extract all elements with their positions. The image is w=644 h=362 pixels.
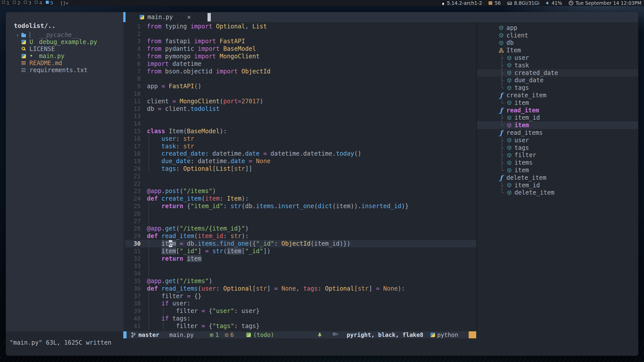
- tab-main-py[interactable]: main.py ×: [126, 12, 207, 22]
- loading-icon: [29, 31, 30, 39]
- code-line-23[interactable]: 23@app.post("/items"): [125, 188, 476, 195]
- symbol-app[interactable]: app: [477, 24, 638, 32]
- code-line-25[interactable]: 25│ return {"item_id": str(db.items.inse…: [125, 202, 476, 210]
- code-line-19[interactable]: 19│ due_date: datetime.date = None: [125, 157, 476, 165]
- workspace-3[interactable]: 3: [24, 0, 31, 6]
- markdown-file-icon: [21, 61, 26, 65]
- line-number: 29: [125, 233, 141, 239]
- code-line-2[interactable]: 2: [125, 30, 476, 38]
- symbol-db[interactable]: db: [477, 39, 638, 47]
- explorer-item-LICENSE[interactable]: LICENSE: [6, 46, 124, 53]
- code-line-21[interactable]: 21: [125, 172, 476, 180]
- code-line-16[interactable]: 16│ user: str: [125, 135, 476, 143]
- linters-label: pyright, black, flake8: [347, 332, 423, 338]
- code-line-32[interactable]: 32│ return item: [125, 255, 476, 262]
- explorer-item-main.py[interactable]: •main.py: [6, 53, 124, 60]
- code-line-9[interactable]: 9app = FastAPI(): [125, 82, 476, 90]
- code-line-34[interactable]: 34│: [125, 270, 476, 277]
- code-line-11[interactable]: 11client = MongoClient(port=27017): [125, 98, 476, 105]
- code-line-37[interactable]: 37│ filter = {}: [125, 292, 476, 300]
- code-line-26[interactable]: 26│: [125, 210, 476, 217]
- code-line-13[interactable]: 13: [125, 113, 476, 120]
- status-memory: 8.8Gi/31Gi: [507, 0, 540, 6]
- code-line-24[interactable]: 24def create_item(item: Item):: [125, 195, 476, 202]
- variable-cube-icon: [507, 160, 512, 165]
- tree-connector: [500, 121, 507, 129]
- code-line-41[interactable]: 41│ │ filter = {"tags": tags}: [125, 322, 476, 330]
- code-line-15[interactable]: 15class Item(BaseModel):: [125, 127, 476, 135]
- line-number: 16: [125, 135, 141, 142]
- code-line-22[interactable]: 22: [125, 180, 476, 188]
- close-icon[interactable]: ×: [187, 13, 191, 21]
- code-line-20[interactable]: 20│ tags: Optional[List[str]]: [125, 165, 476, 172]
- line-number: 3: [125, 38, 141, 44]
- explorer-root-title: todolist/..: [14, 22, 56, 29]
- symbol-label: db: [506, 39, 514, 46]
- code-line-14[interactable]: 14: [125, 120, 476, 127]
- code-line-4[interactable]: 4from pydantic import BaseModel: [125, 45, 476, 53]
- symbol-item[interactable]: item: [477, 121, 638, 129]
- code-line-27[interactable]: 27│: [125, 217, 476, 225]
- code-line-12[interactable]: 12db = client.todolist: [125, 105, 476, 113]
- code-line-6[interactable]: 6import datetime: [125, 60, 476, 68]
- code-line-36[interactable]: 36def read_items(user: Optional[str] = N…: [125, 285, 476, 292]
- explorer-item-debug_example.py[interactable]: Udebug_example.py: [6, 38, 124, 46]
- explorer-item-README.md[interactable]: README.md: [6, 60, 124, 67]
- memory-icon: [507, 2, 512, 5]
- symbol-create_item[interactable]: ƒcreate_item: [477, 92, 638, 99]
- symbol-read_item[interactable]: ƒread_item: [477, 107, 638, 114]
- tree-connector: [500, 99, 507, 107]
- explorer-item-__pycache__[interactable]: ›__pycache__: [6, 31, 124, 38]
- code-line-35[interactable]: 35@app.get("/items"): [125, 277, 476, 285]
- code-line-3[interactable]: 3from fastapi import FastAPI: [125, 38, 476, 45]
- code-line-17[interactable]: 17│ task: str: [125, 143, 476, 150]
- symbol-client[interactable]: client: [477, 32, 638, 39]
- symbol-task[interactable]: task: [477, 62, 638, 69]
- code-line-40[interactable]: 40│ if tags:: [125, 315, 476, 322]
- code-line-8[interactable]: 8: [125, 75, 476, 83]
- code-text: @app.get("/items"): [147, 278, 212, 285]
- symbol-filter[interactable]: filter: [477, 152, 638, 159]
- symbol-items[interactable]: items: [477, 159, 638, 166]
- code-text: │ created_date: datetime.date = datetime…: [147, 150, 361, 157]
- line-number: 36: [125, 285, 141, 292]
- code-line-5[interactable]: 5from pymongo import MongoClient: [125, 53, 476, 60]
- symbol-delete_item[interactable]: ƒdelete_item: [477, 174, 638, 182]
- code-line-29[interactable]: 29def read_item(item_id: str):: [125, 232, 476, 240]
- code-line-30[interactable]: 30│ item = db.items.find_one({"_id": Obj…: [125, 240, 476, 247]
- code-line-7[interactable]: 7from bson.objectid import ObjectId: [125, 68, 476, 75]
- code-line-39[interactable]: 39│ │ filter = {"user": user}: [125, 307, 476, 315]
- code-line-10[interactable]: 10: [125, 90, 476, 98]
- workspace-2[interactable]: 2: [13, 0, 20, 6]
- workspace-4[interactable]: 4: [35, 0, 42, 6]
- code-line-18[interactable]: 18│ created_date: datetime.date = dateti…: [125, 150, 476, 158]
- explorer-item-requirements.txt[interactable]: requirements.txt: [6, 67, 124, 74]
- symbol-delete_item[interactable]: delete_item: [477, 189, 638, 197]
- line-number: 32: [125, 255, 141, 262]
- workspace-1[interactable]: 1: [2, 0, 9, 6]
- symbol-Item[interactable]: Item: [477, 47, 638, 54]
- variable-cube-icon: [507, 70, 512, 75]
- code-line-33[interactable]: 33│: [125, 262, 476, 270]
- symbol-user[interactable]: user: [477, 54, 638, 62]
- symbol-item_id[interactable]: item_id: [477, 114, 638, 122]
- symbol-user[interactable]: user: [477, 137, 638, 144]
- code-line-31[interactable]: 31│ item["_id"] = str(item["_id"]): [125, 247, 476, 255]
- symbol-read_items[interactable]: ƒread_items: [477, 129, 638, 137]
- workspace-5[interactable]: 5: [46, 0, 53, 6]
- code-line-38[interactable]: 38│ if user:: [125, 300, 476, 307]
- code-text: │ filter = {}: [147, 293, 202, 300]
- code-line-28[interactable]: 28@app.get("/items/{item_id}"): [125, 225, 476, 233]
- symbol-due_date[interactable]: due_date: [477, 77, 638, 84]
- symbol-item_id[interactable]: item_id: [477, 182, 638, 189]
- symbol-created_date[interactable]: created_date: [477, 69, 638, 77]
- python-icon: [21, 40, 26, 44]
- symbol-tags[interactable]: tags: [477, 144, 638, 152]
- file-name: main.py: [39, 53, 64, 60]
- symbol-tags[interactable]: tags: [477, 84, 638, 92]
- symbol-item[interactable]: item: [477, 166, 638, 174]
- file-name: README.md: [29, 60, 62, 67]
- symbol-item[interactable]: item: [477, 99, 638, 107]
- code-editor[interactable]: 1from typing import Optional, List23from…: [125, 22, 476, 331]
- code-line-1[interactable]: 1from typing import Optional, List: [125, 23, 476, 30]
